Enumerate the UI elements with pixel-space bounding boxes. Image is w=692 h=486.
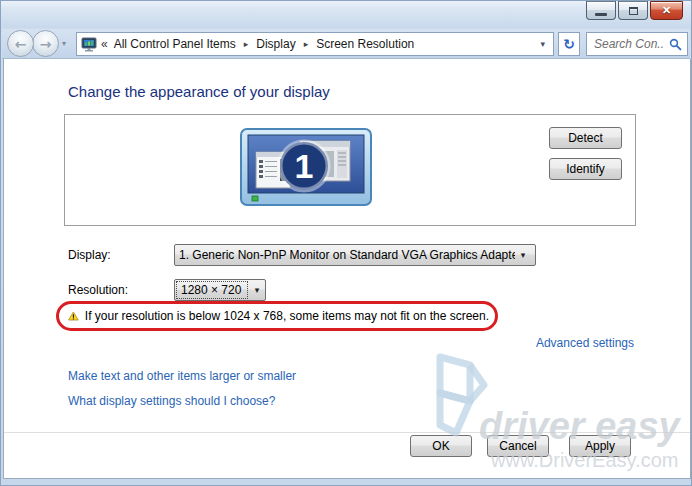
search-input[interactable] [592,36,666,52]
search-box[interactable] [586,32,688,56]
close-icon: ✕ [662,4,671,17]
resolution-dropdown-value: 1280 × 720 [176,281,248,299]
display-dropdown[interactable]: 1. Generic Non-PnP Monitor on Standard V… [174,244,536,266]
breadcrumb-item-control-panel[interactable]: All Control Panel Items [112,37,238,51]
window-controls: ✕ [586,1,683,20]
forward-button[interactable]: → [32,30,59,57]
ok-button[interactable]: OK [410,435,472,457]
close-button[interactable]: ✕ [650,1,683,20]
display-icon [81,37,97,52]
display-settings-help-link[interactable]: What display settings should I choose? [68,394,275,408]
minimize-button[interactable] [586,1,616,20]
warning-highlight-annotation: If your resolution is below 1024 x 768, … [56,301,498,331]
refresh-icon: ↻ [563,36,575,52]
monitor-preview-graphic[interactable]: 1 [240,128,372,208]
apply-button[interactable]: Apply [569,435,631,457]
warning-text: If your resolution is below 1024 x 768, … [85,309,489,323]
forward-icon: → [40,36,52,52]
maximize-button[interactable] [618,1,648,20]
cancel-button[interactable]: Cancel [487,435,549,457]
detect-button[interactable]: Detect [549,127,622,149]
navigation-bar: ← → ▾ « All Control Panel Items ▸ Displa… [2,29,690,59]
warning-icon [68,309,79,323]
search-icon[interactable] [669,38,682,51]
refresh-button[interactable]: ↻ [558,32,580,56]
display-dropdown-value: 1. Generic Non-PnP Monitor on Standard V… [179,248,515,262]
content-area: Change the appearance of your display [3,59,691,479]
back-button[interactable]: ← [7,30,34,57]
identify-button[interactable]: Identify [549,158,622,180]
address-dropdown-icon[interactable]: ▾ [536,39,549,49]
chevron-down-icon: ▾ [515,250,531,260]
minimize-icon [595,13,607,16]
monitor-preview-panel: 1 Detect Identify [64,114,636,226]
make-text-larger-link[interactable]: Make text and other items larger or smal… [68,369,296,383]
breadcrumb-separator-icon[interactable]: ▸ [302,39,311,49]
back-icon: ← [15,36,27,52]
resolution-label: Resolution: [68,279,128,301]
advanced-settings-link[interactable]: Advanced settings [536,336,634,350]
chevron-down-icon: ▾ [249,285,265,295]
breadcrumb-item-display[interactable]: Display [254,37,297,51]
recent-pages-chevron-icon[interactable]: ▾ [62,39,66,48]
breadcrumb-item-screen-resolution[interactable]: Screen Resolution [314,37,416,51]
resolution-dropdown[interactable]: 1280 × 720 ▾ [174,279,266,301]
page-title: Change the appearance of your display [68,83,330,100]
footer-divider [4,432,690,433]
monitor-number-label: 1 [295,147,314,185]
titlebar: ✕ [1,1,691,29]
maximize-icon [629,7,638,15]
screen-resolution-window: ✕ ← → ▾ « All Control Panel Items ▸ [0,0,692,486]
breadcrumb-overflow-icon[interactable]: « [101,37,108,51]
breadcrumb-separator-icon[interactable]: ▸ [242,39,251,49]
address-bar[interactable]: « All Control Panel Items ▸ Display ▸ Sc… [76,32,554,56]
display-label: Display: [68,244,111,266]
